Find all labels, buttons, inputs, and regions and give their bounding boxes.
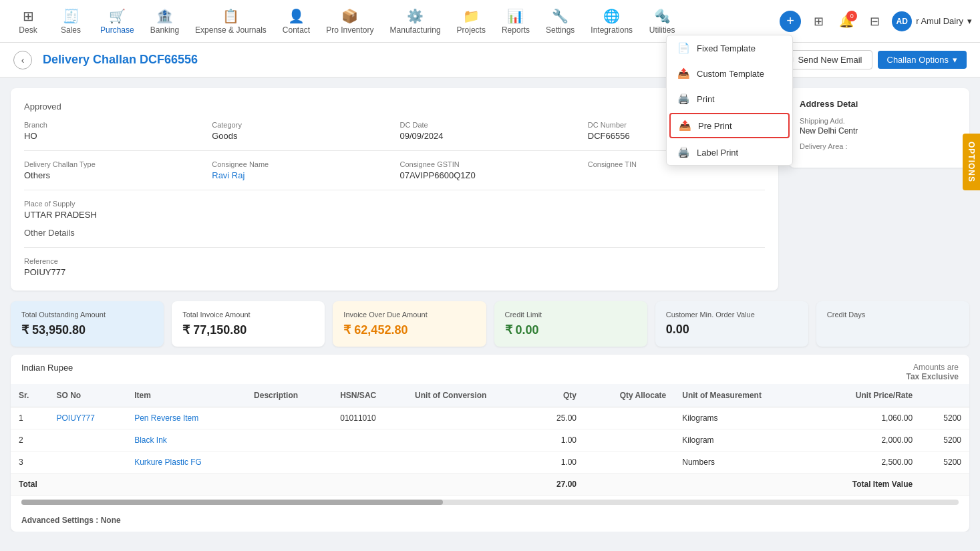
dc-date-label: DC Date xyxy=(400,121,577,129)
dropdown-label-print[interactable]: 🖨️ Label Print xyxy=(667,140,792,165)
nav-expense[interactable]: 📋 Expense & Journals xyxy=(188,3,273,40)
sales-icon: 🧾 xyxy=(63,8,79,24)
total-item-value-label: Total Item Value xyxy=(811,474,921,496)
nav-contact[interactable]: 👤 Contact xyxy=(276,3,317,40)
adv-settings-value: None xyxy=(101,516,121,525)
col-uom: Unit of Measurement xyxy=(674,384,811,407)
consignee-gstin-label: Consignee GSTIN xyxy=(400,160,577,168)
dc-type-label: Delivery Challan Type xyxy=(24,160,201,168)
other-details-label: Other Details xyxy=(24,228,75,238)
nav-pro-inventory[interactable]: 📦 Pro Inventory xyxy=(319,3,380,40)
total-amount xyxy=(921,474,969,496)
status-label: Approved xyxy=(24,102,765,112)
col-so-no: SO No xyxy=(48,384,126,407)
row2-description xyxy=(246,429,332,451)
summary-credit-limit: Credit Limit ₹ 0.00 xyxy=(494,301,647,347)
nav-purchase[interactable]: 🛒 Purchase xyxy=(94,3,141,40)
detail-grid-3: Place of Supply UTTAR PRADESH xyxy=(24,200,765,220)
grid-button[interactable]: ⊟ xyxy=(864,11,885,32)
left-panel: Approved Branch HO Category Goods DC Dat… xyxy=(11,88,778,291)
notification-button[interactable]: 🔔 0 xyxy=(836,11,857,32)
dc-date-value: 09/09/2024 xyxy=(400,131,577,141)
adv-settings-label: Advanced Settings : xyxy=(21,516,98,525)
nav-banking[interactable]: 🏦 Banking xyxy=(144,3,186,40)
col-item: Item xyxy=(126,384,246,407)
row2-sr: 2 xyxy=(11,429,48,451)
outstanding-value: ₹ 53,950.80 xyxy=(21,323,153,337)
row3-so-no xyxy=(48,451,126,474)
min-order-label: Customer Min. Order Value xyxy=(666,311,798,319)
dropdown-print[interactable]: 🖨️ Print xyxy=(667,86,792,112)
row3-item[interactable]: Kurkure Plastic FG xyxy=(126,451,246,474)
col-unit-price: Unit Price/Rate xyxy=(811,384,921,407)
tax-info: Amounts are Tax Exclusive xyxy=(907,363,959,381)
credit-days-label: Credit Days xyxy=(827,311,959,319)
layout-button[interactable]: ⊞ xyxy=(808,11,829,32)
summary-credit-days: Credit Days xyxy=(816,301,969,347)
table-header-row: Sr. SO No Item Description HSN/SAC Unit … xyxy=(11,384,969,407)
row2-item[interactable]: Black Ink xyxy=(126,429,246,451)
nav-projects[interactable]: 📁 Projects xyxy=(450,3,492,40)
row1-description xyxy=(246,407,332,429)
row2-hsn xyxy=(332,429,407,451)
user-avatar: AD xyxy=(892,11,912,31)
amounts-label: Amounts are xyxy=(907,363,959,372)
back-button[interactable]: ‹ xyxy=(13,51,32,69)
nav-sales[interactable]: 🧾 Sales xyxy=(51,3,91,40)
consignee-name-value[interactable]: Ravi Raj xyxy=(212,170,389,180)
table-row: 1 POIUY777 Pen Reverse Item 01011010 25.… xyxy=(11,407,969,429)
nav-desk[interactable]: ⊞ Desk xyxy=(8,3,48,40)
col-description: Description xyxy=(246,384,332,407)
branch-label: Branch xyxy=(24,121,201,129)
row1-so-no[interactable]: POIUY777 xyxy=(48,407,126,429)
nav-settings[interactable]: 🔧 Settings xyxy=(539,3,581,40)
nav-pro-inventory-label: Pro Inventory xyxy=(326,25,373,35)
address-delivery-area: Delivery Area : xyxy=(800,142,959,150)
nav-desk-label: Desk xyxy=(19,25,37,35)
purchase-icon: 🛒 xyxy=(109,8,126,24)
field-consignee-gstin: Consignee GSTIN 07AVIPP6600Q1Z0 xyxy=(400,160,577,180)
col-uoc: Unit of Conversion xyxy=(407,384,532,407)
custom-template-icon: 📤 xyxy=(677,67,690,79)
nav-reports-label: Reports xyxy=(502,25,530,35)
nav-integrations[interactable]: 🌐 Integrations xyxy=(584,3,639,40)
reference-value: POIUY777 xyxy=(24,267,765,277)
delivery-area-label: Delivery Area : xyxy=(800,142,959,150)
manufacturing-icon: ⚙️ xyxy=(407,8,424,24)
nav-sales-label: Sales xyxy=(61,25,81,35)
user-dropdown-icon: ▾ xyxy=(967,16,972,26)
dropdown-pre-print[interactable]: 📤 Pre Print xyxy=(669,113,790,138)
user-info[interactable]: AD r Amul Dairy ▾ xyxy=(892,11,972,31)
send-email-label: Send New Email xyxy=(798,55,862,65)
field-category: Category Goods xyxy=(212,121,389,141)
nav-purchase-label: Purchase xyxy=(100,25,134,35)
summary-row: Total Outstanding Amount ₹ 53,950.80 Tot… xyxy=(11,301,969,347)
summary-outstanding: Total Outstanding Amount ₹ 53,950.80 xyxy=(11,301,164,347)
place-of-supply-label: Place of Supply xyxy=(24,200,206,208)
field-place-of-supply: Place of Supply UTTAR PRADESH xyxy=(24,200,206,220)
nav-manufacturing[interactable]: ⚙️ Manufacturing xyxy=(383,3,448,40)
banking-icon: 🏦 xyxy=(156,8,173,24)
dropdown-custom-template[interactable]: 📤 Custom Template xyxy=(667,61,792,86)
row1-item[interactable]: Pen Reverse Item xyxy=(126,407,246,429)
reports-icon: 📊 xyxy=(507,8,524,24)
options-sidebar[interactable]: OPTIONS xyxy=(963,134,980,190)
credit-limit-label: Credit Limit xyxy=(505,311,637,319)
other-details-section: Other Details xyxy=(24,228,765,238)
print-dropdown: 📄 Fixed Template 📤 Custom Template 🖨️ Pr… xyxy=(666,35,793,166)
challan-options-button[interactable]: Challan Options ▾ xyxy=(878,51,967,69)
col-sr: Sr. xyxy=(11,384,48,407)
row3-unit-price: 2,500.00 xyxy=(811,451,921,474)
fixed-template-icon: 📄 xyxy=(677,42,690,54)
pre-print-icon: 📤 xyxy=(679,120,691,132)
min-order-value: 0.00 xyxy=(666,323,798,337)
row3-sr: 3 xyxy=(11,451,48,474)
add-button[interactable]: + xyxy=(780,11,801,32)
total-spacer xyxy=(126,474,532,496)
table-section: Indian Rupee Amounts are Tax Exclusive S… xyxy=(11,355,969,532)
scroll-bar-area[interactable] xyxy=(11,496,969,509)
dropdown-fixed-template[interactable]: 📄 Fixed Template xyxy=(667,35,792,61)
row3-amount: 5200 xyxy=(921,451,969,474)
summary-invoice: Total Invoice Amount ₹ 77,150.80 xyxy=(172,301,325,347)
nav-reports[interactable]: 📊 Reports xyxy=(495,3,536,40)
